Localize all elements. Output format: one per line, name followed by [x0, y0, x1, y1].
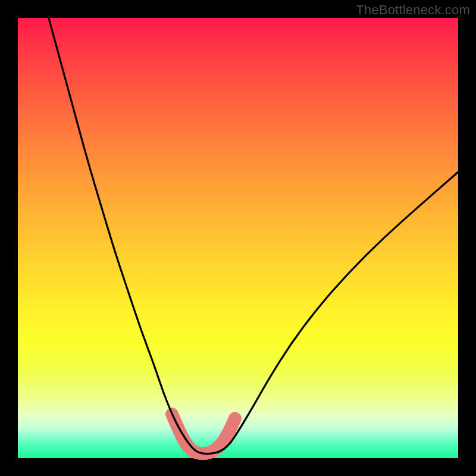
- chart-svg: [18, 18, 458, 458]
- watermark-text: TheBottleneck.com: [356, 2, 470, 18]
- chart-frame: TheBottleneck.com: [0, 0, 476, 476]
- plot-area: [18, 18, 458, 458]
- bottleneck-curve-path: [49, 18, 458, 454]
